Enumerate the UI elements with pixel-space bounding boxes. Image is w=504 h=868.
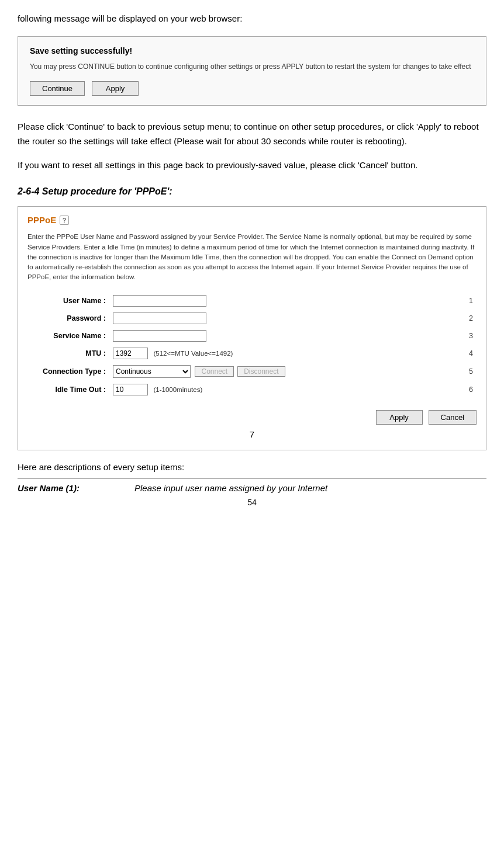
user-name-desc-label: User Name (1): bbox=[18, 483, 123, 493]
user-name-desc-text: Please input user name assigned by your … bbox=[134, 483, 327, 493]
password-input[interactable] bbox=[113, 313, 206, 324]
idle-timeout-input[interactable] bbox=[113, 384, 148, 395]
pppoe-title-text: PPPoE bbox=[27, 215, 56, 225]
idle-timeout-cell: (1-1000minutes) bbox=[109, 381, 455, 398]
connection-buttons: Connect Disconnect bbox=[195, 366, 285, 377]
number-3: 3 bbox=[455, 327, 477, 345]
number-6: 6 bbox=[455, 381, 477, 398]
question-icon[interactable]: ? bbox=[60, 216, 69, 225]
paragraph-cancel: If you want to reset all settings in thi… bbox=[18, 158, 486, 173]
section-header: 2-6-4 Setup procedure for 'PPPoE': bbox=[18, 186, 486, 197]
password-label: Password : bbox=[27, 310, 109, 327]
number-5: 5 bbox=[455, 362, 477, 381]
descriptions-header: Here are descriptions of every setup ite… bbox=[18, 462, 486, 472]
pppoe-description: Enter the PPPoE User Name and Password a… bbox=[27, 232, 477, 282]
connection-type-select[interactable]: Continuous Connect on Demand Manual bbox=[113, 365, 191, 378]
save-title: Save setting successfully! bbox=[30, 46, 474, 55]
pppoe-apply-button[interactable]: Apply bbox=[376, 410, 423, 425]
number-1: 1 bbox=[455, 292, 477, 310]
paragraph-continue: Please click 'Continue' to back to previ… bbox=[18, 120, 486, 149]
number-4: 4 bbox=[455, 345, 477, 362]
idle-timeout-label: Idle Time Out : bbox=[27, 381, 109, 398]
service-name-cell bbox=[109, 327, 455, 345]
save-description: You may press CONTINUE button to continu… bbox=[30, 61, 474, 72]
connection-type-label: Connection Type : bbox=[27, 362, 109, 381]
continue-button[interactable]: Continue bbox=[30, 81, 85, 96]
mtu-hint: (512<=MTU Value<=1492) bbox=[153, 350, 233, 357]
idle-timeout-hint: (1-1000minutes) bbox=[153, 386, 202, 393]
connection-type-cell: Continuous Connect on Demand Manual Conn… bbox=[109, 362, 455, 381]
disconnect-button[interactable]: Disconnect bbox=[237, 366, 285, 377]
bottom-number-7: 7 bbox=[27, 429, 477, 439]
save-settings-box: Save setting successfully! You may press… bbox=[18, 36, 486, 106]
service-name-label: Service Name : bbox=[27, 327, 109, 345]
mtu-label: MTU : bbox=[27, 345, 109, 362]
pppoe-box: PPPoE ? Enter the PPPoE User Name and Pa… bbox=[18, 206, 486, 450]
intro-text: following message will be displayed on y… bbox=[18, 12, 486, 26]
user-name-description: User Name (1): Please input user name as… bbox=[18, 478, 486, 493]
user-name-cell bbox=[109, 292, 455, 310]
section-prefix: 2- bbox=[18, 186, 26, 196]
save-box-buttons: Continue Apply bbox=[30, 81, 474, 96]
password-cell bbox=[109, 310, 455, 327]
pppoe-cancel-button[interactable]: Cancel bbox=[429, 410, 477, 425]
user-name-label: User Name : bbox=[27, 292, 109, 310]
section-title: 6-4 Setup procedure for 'PPPoE': bbox=[26, 186, 172, 196]
page-number: 54 bbox=[18, 498, 486, 507]
number-2: 2 bbox=[455, 310, 477, 327]
mtu-cell: (512<=MTU Value<=1492) bbox=[109, 345, 455, 362]
user-name-input[interactable] bbox=[113, 295, 206, 307]
pppoe-title: PPPoE ? bbox=[27, 215, 477, 225]
pppoe-form-table: User Name : 1 Password : 2 Service Name … bbox=[27, 292, 477, 398]
mtu-input[interactable] bbox=[113, 348, 148, 359]
pppoe-bottom-buttons: Apply Cancel bbox=[27, 407, 477, 427]
service-name-input[interactable] bbox=[113, 330, 206, 342]
connect-button[interactable]: Connect bbox=[195, 366, 234, 377]
apply-button-top[interactable]: Apply bbox=[92, 81, 139, 96]
